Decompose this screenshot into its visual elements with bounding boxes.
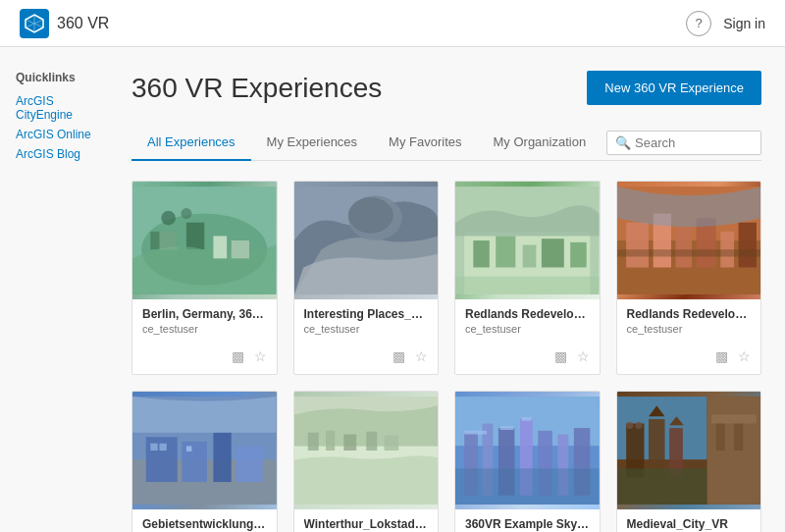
help-button[interactable]: ?	[686, 11, 711, 36]
svg-rect-67	[617, 468, 707, 505]
card-preview-interesting[interactable]: ▩	[391, 346, 407, 366]
svg-rect-63	[635, 422, 642, 429]
card-favorite-redlands2[interactable]: ☆	[736, 346, 753, 366]
card-author-redlands1: ce_testuser	[465, 323, 590, 335]
card-berlin[interactable]: Berlin, Germany, 360 VR E... ce_testuser…	[131, 181, 278, 375]
svg-rect-41	[326, 431, 335, 451]
tabs-list: All Experiences My Experiences My Favori…	[131, 125, 602, 160]
svg-rect-17	[542, 239, 564, 267]
svg-rect-33	[213, 433, 231, 482]
svg-rect-55	[455, 468, 600, 505]
card-preview-redlands2[interactable]: ▩	[713, 346, 730, 366]
card-thumb-medieval	[617, 392, 761, 509]
card-favorite-berlin[interactable]: ☆	[252, 346, 269, 366]
tabs-bar: All Experiences My Experiences My Favori…	[131, 125, 761, 161]
page-title: 360 VR Experiences	[131, 73, 382, 104]
svg-rect-28	[617, 249, 761, 256]
search-input[interactable]	[635, 135, 753, 150]
svg-rect-32	[182, 442, 207, 482]
svg-rect-22	[626, 223, 649, 268]
svg-rect-66	[734, 424, 743, 451]
card-title-interesting: Interesting Places_360VR.js	[304, 307, 429, 321]
signin-button[interactable]: Sign in	[723, 16, 765, 31]
card-actions-berlin: ▩ ☆	[132, 343, 277, 374]
header-right: ? Sign in	[686, 11, 765, 36]
card-winterthur[interactable]: Winterthur_Lokstadt_v1 c... ce_testuser …	[293, 391, 440, 532]
card-author-redlands2: ce_testuser	[627, 323, 752, 335]
svg-rect-43	[366, 432, 377, 451]
svg-rect-65	[715, 424, 724, 451]
page-header: 360 VR Experiences New 360 VR Experience	[131, 71, 761, 105]
sidebar-link-online[interactable]: ArcGIS Online	[16, 128, 92, 141]
svg-rect-35	[150, 444, 157, 451]
main-content: 360 VR Experiences New 360 VR Experience…	[108, 47, 785, 532]
tab-all-experiences[interactable]: All Experiences	[131, 125, 251, 161]
card-title-redlands2: Redlands Redevelopment	[627, 307, 752, 321]
card-thumb-gebiet	[132, 392, 277, 509]
svg-rect-14	[473, 240, 489, 267]
main-layout: Quicklinks ArcGIS CityEngine ArcGIS Onli…	[0, 47, 785, 532]
card-title-winterthur: Winterthur_Lokstadt_v1 c...	[304, 517, 429, 531]
svg-rect-18	[570, 242, 586, 268]
tab-my-experiences[interactable]: My Experiences	[251, 125, 373, 161]
svg-rect-16	[523, 245, 537, 268]
card-favorite-redlands1[interactable]: ☆	[575, 346, 592, 366]
card-title-redlands1: Redlands Redevelopment ...	[465, 307, 590, 321]
header-left: 360 VR	[20, 9, 109, 38]
card-author-berlin: ce_testuser	[142, 323, 267, 335]
card-medieval[interactable]: Medieval_City_VR ce_testuser ▩ ☆	[616, 391, 762, 532]
card-preview-berlin[interactable]: ▩	[230, 346, 246, 366]
svg-rect-27	[738, 223, 756, 268]
app-header: 360 VR ? Sign in	[0, 0, 785, 47]
svg-point-7	[161, 211, 176, 226]
card-actions-redlands2: ▩ ☆	[617, 343, 761, 374]
svg-rect-5	[213, 236, 227, 258]
card-thumb-berlin	[132, 182, 277, 299]
sidebar: Quicklinks ArcGIS CityEngine ArcGIS Onli…	[0, 47, 108, 532]
card-info-berlin: Berlin, Germany, 360 VR E... ce_testuser	[132, 299, 277, 343]
svg-rect-34	[236, 446, 262, 482]
svg-rect-36	[159, 444, 166, 451]
svg-point-11	[347, 197, 392, 234]
search-container: 🔍	[606, 131, 761, 155]
card-info-redlands2: Redlands Redevelopment ce_testuser	[617, 299, 761, 343]
card-preview-redlands1[interactable]: ▩	[552, 346, 569, 366]
svg-rect-62	[626, 422, 633, 429]
sidebar-link-blog[interactable]: ArcGIS Blog	[16, 147, 92, 161]
card-interesting[interactable]: Interesting Places_360VR.js ce_testuser …	[293, 181, 440, 375]
card-title-360vr: 360VR Example Skybridge...	[465, 517, 590, 531]
card-thumb-redlands1	[455, 182, 600, 299]
cards-grid: Berlin, Germany, 360 VR E... ce_testuser…	[131, 181, 761, 532]
new-experience-button[interactable]: New 360 VR Experience	[587, 71, 761, 105]
svg-rect-19	[455, 277, 600, 294]
card-redlands1[interactable]: Redlands Redevelopment ... ce_testuser ▩…	[454, 181, 601, 375]
card-info-winterthur: Winterthur_Lokstadt_v1 c... ce_testuser	[294, 509, 439, 532]
svg-rect-42	[343, 435, 356, 451]
svg-rect-4	[186, 223, 204, 249]
card-actions-redlands1: ▩ ☆	[455, 343, 600, 374]
svg-rect-6	[232, 240, 249, 258]
card-title-berlin: Berlin, Germany, 360 VR E...	[142, 307, 267, 321]
card-redlands2[interactable]: Redlands Redevelopment ce_testuser ▩ ☆	[616, 181, 762, 375]
card-info-interesting: Interesting Places_360VR.js ce_testuser	[294, 299, 439, 343]
card-thumb-winterthur	[294, 392, 439, 509]
card-favorite-interesting[interactable]: ☆	[413, 346, 430, 366]
svg-rect-44	[384, 435, 398, 451]
card-thumb-360vr	[455, 392, 600, 509]
card-thumb-interesting	[294, 182, 439, 299]
search-icon: 🔍	[615, 135, 631, 150]
card-gebiet[interactable]: Gebietsentwicklung_Man... ce_testuser ▩ …	[131, 391, 278, 532]
tab-my-favorites[interactable]: My Favorites	[373, 125, 477, 161]
card-thumb-redlands2	[617, 182, 761, 299]
card-actions-interesting: ▩ ☆	[294, 343, 439, 374]
sidebar-section-title: Quicklinks	[16, 71, 92, 84]
tab-my-organization[interactable]: My Organization	[478, 125, 602, 161]
card-info-medieval: Medieval_City_VR ce_testuser	[617, 509, 761, 532]
app-logo-icon	[20, 9, 49, 38]
card-author-interesting: ce_testuser	[304, 323, 429, 335]
card-360vr[interactable]: 360VR Example Skybridge... ce_testuser ▩…	[454, 391, 601, 532]
card-info-gebiet: Gebietsentwicklung_Man... ce_testuser	[132, 509, 277, 532]
sidebar-link-cityengine[interactable]: ArcGIS CityEngine	[16, 94, 92, 122]
card-title-gebiet: Gebietsentwicklung_Man...	[142, 517, 267, 531]
card-info-redlands1: Redlands Redevelopment ... ce_testuser	[455, 299, 600, 343]
